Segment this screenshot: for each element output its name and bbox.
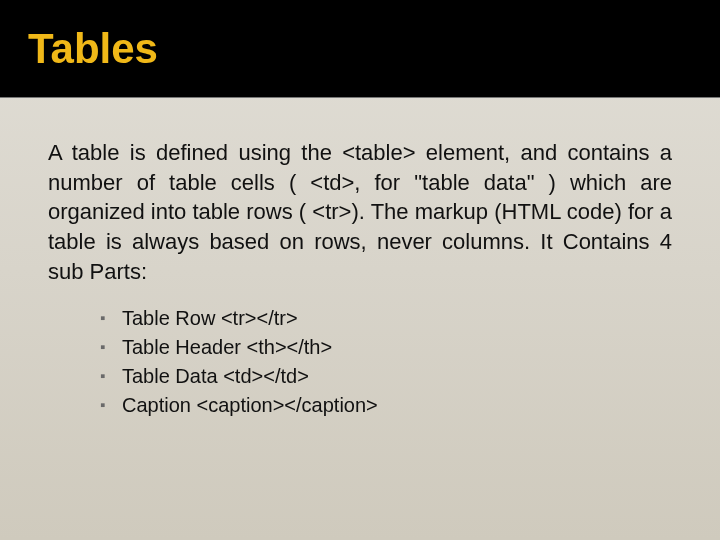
list-item: Caption <caption></caption> bbox=[100, 391, 672, 420]
slide-title-bar: Tables bbox=[0, 0, 720, 98]
slide-title: Tables bbox=[28, 25, 158, 73]
list-item: Table Header <th></th> bbox=[100, 333, 672, 362]
bullet-list: Table Row <tr></tr> Table Header <th></t… bbox=[48, 304, 672, 420]
slide-content: A table is defined using the <table> ele… bbox=[0, 98, 720, 420]
list-item: Table Row <tr></tr> bbox=[100, 304, 672, 333]
list-item: Table Data <td></td> bbox=[100, 362, 672, 391]
slide-paragraph: A table is defined using the <table> ele… bbox=[48, 138, 672, 286]
